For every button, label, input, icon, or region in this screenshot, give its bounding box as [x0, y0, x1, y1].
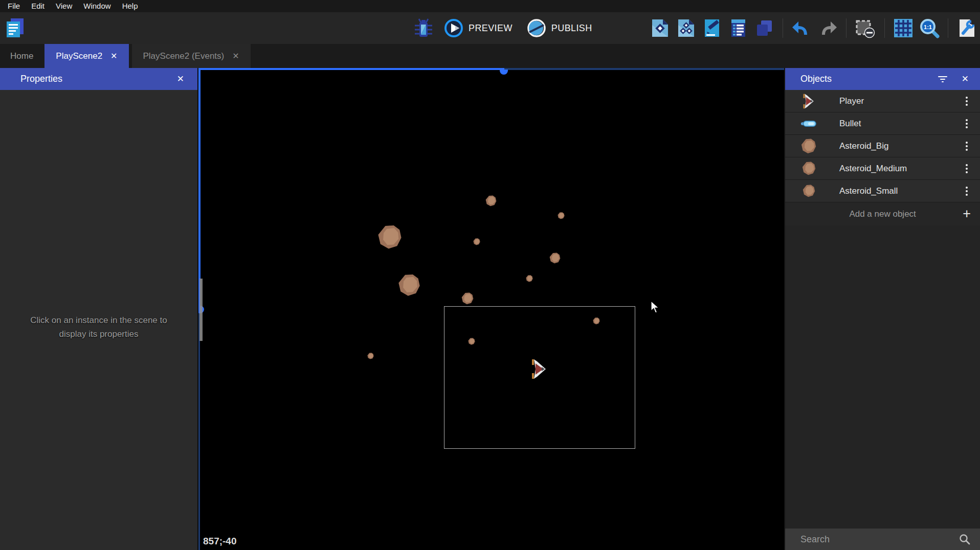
properties-panel-header: Properties ✕: [0, 68, 197, 90]
object-row-bullet[interactable]: Bullet: [785, 112, 980, 135]
menu-help[interactable]: Help: [117, 0, 144, 12]
preview-button[interactable]: PREVIEW: [469, 23, 513, 34]
mouse-cursor-icon: [651, 301, 661, 316]
toolbar-separator: [783, 18, 783, 38]
asteroid-instance-small[interactable]: [473, 238, 480, 247]
open-instances-list-icon[interactable]: [728, 18, 748, 38]
main-toolbar: PREVIEW PUBLISH: [0, 12, 980, 44]
redo-icon[interactable]: [817, 18, 838, 38]
publish-globe-icon[interactable]: [527, 18, 546, 38]
preview-play-icon[interactable]: [444, 18, 463, 38]
open-object-groups-icon[interactable]: [676, 18, 696, 38]
filter-icon[interactable]: [938, 76, 947, 82]
bullet-icon: [798, 120, 819, 128]
undo-icon[interactable]: [791, 18, 812, 38]
toolbar-separator: [884, 18, 885, 38]
delete-selection-icon[interactable]: [855, 18, 876, 38]
toolbar-separator: [948, 18, 948, 38]
toolbar-separator: [846, 18, 847, 38]
search-icon[interactable]: [959, 533, 971, 545]
toolbar-right: 1:1: [650, 18, 977, 38]
object-menu-icon[interactable]: [963, 140, 971, 153]
close-icon[interactable]: ✕: [177, 74, 184, 84]
object-row-asteroid-small[interactable]: Asteroid_Small: [785, 180, 980, 202]
asteroid-instance-small[interactable]: [526, 275, 533, 284]
asteroid-instance-small[interactable]: [367, 352, 374, 361]
menu-file[interactable]: File: [2, 0, 26, 12]
object-row-asteroid-big[interactable]: Asteroid_Big: [785, 135, 980, 157]
plus-icon: +: [963, 207, 971, 221]
menu-view[interactable]: View: [50, 0, 78, 12]
toolbar-center: PREVIEW PUBLISH: [413, 18, 592, 38]
tab-bar: Home PlayScene2 ✕ PlayScene2 (Events) ✕: [0, 44, 980, 68]
properties-panel-title: Properties: [20, 74, 177, 84]
asteroid-instance-big[interactable]: [377, 225, 402, 251]
close-icon[interactable]: ✕: [110, 51, 117, 61]
tab-playscene2[interactable]: PlayScene2 ✕: [44, 44, 128, 68]
asteroid-instance-medium[interactable]: [485, 195, 497, 209]
open-objects-panel-icon[interactable]: [650, 18, 670, 38]
asteroid-big-icon: [798, 139, 819, 154]
asteroid-small-icon: [798, 185, 819, 197]
asteroid-instance-small[interactable]: [558, 212, 565, 221]
asteroid-instance-medium[interactable]: [461, 292, 474, 307]
vertical-scrollbar-thumb[interactable]: [199, 279, 203, 341]
publish-button[interactable]: PUBLISH: [551, 23, 592, 34]
player-instance[interactable]: [531, 359, 547, 381]
close-icon[interactable]: ✕: [232, 51, 239, 61]
scene-border-top-extension: [504, 68, 784, 70]
gdevelop-window: File Edit View Window Help: [0, 0, 980, 550]
object-row-asteroid-medium[interactable]: Asteroid_Medium: [785, 157, 980, 180]
object-row-player[interactable]: Player: [785, 90, 980, 112]
add-new-object-button[interactable]: Add a new object +: [785, 202, 980, 225]
grid-icon[interactable]: [893, 18, 914, 38]
scene-border-left: [198, 68, 201, 309]
scene-border-top: [198, 68, 504, 70]
scene-editor-canvas[interactable]: 857;-40: [197, 68, 784, 550]
object-menu-icon[interactable]: [963, 117, 971, 130]
tab-home[interactable]: Home: [0, 44, 43, 68]
zoom-1-1-icon[interactable]: 1:1: [919, 18, 940, 38]
tab-playscene2-events[interactable]: PlayScene2 (Events) ✕: [132, 44, 251, 68]
asteroid-medium-icon: [798, 162, 819, 175]
debug-icon[interactable]: [413, 17, 434, 39]
object-menu-icon[interactable]: [963, 162, 971, 175]
objects-panel-title: Objects: [800, 74, 938, 84]
asteroid-instance-small[interactable]: [468, 338, 475, 347]
asteroid-instance-small[interactable]: [593, 317, 600, 327]
objects-panel: Objects ✕ Player: [784, 68, 980, 550]
project-manager-icon[interactable]: [4, 17, 27, 39]
menu-bar: File Edit View Window Help: [0, 0, 980, 12]
asteroid-instance-big[interactable]: [398, 274, 420, 299]
close-icon[interactable]: ✕: [962, 74, 969, 84]
open-properties-icon[interactable]: [702, 18, 722, 38]
properties-empty-message: Click on an instance in the scene to dis…: [0, 313, 197, 341]
scene-settings-icon[interactable]: [956, 18, 977, 38]
asteroid-instance-medium[interactable]: [549, 253, 561, 266]
menu-edit[interactable]: Edit: [26, 0, 50, 12]
scene-border-left-extension: [198, 309, 200, 550]
object-menu-icon[interactable]: [963, 185, 971, 198]
scene-border-handle-top[interactable]: [500, 70, 508, 75]
search-input[interactable]: [785, 534, 959, 545]
objects-search-bar: [785, 529, 980, 550]
object-menu-icon[interactable]: [963, 95, 971, 108]
cursor-coordinates: 857;-40: [203, 536, 237, 547]
player-ship-icon: [798, 94, 819, 109]
svg-text:1:1: 1:1: [924, 24, 932, 30]
properties-panel: Properties ✕ Click on an instance in the…: [0, 68, 197, 550]
objects-panel-header: Objects ✕: [785, 68, 980, 90]
menu-window[interactable]: Window: [78, 0, 116, 12]
open-layers-icon[interactable]: [754, 18, 774, 38]
